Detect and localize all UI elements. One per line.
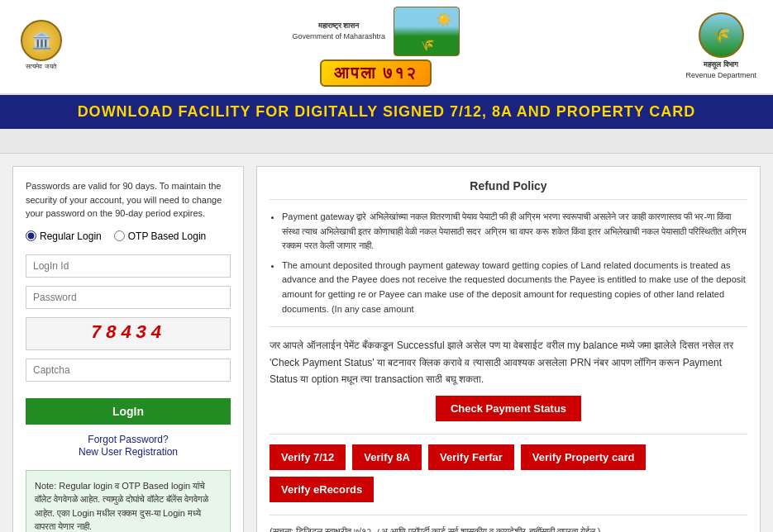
captcha-image: 78434 (26, 317, 231, 350)
login-panel: Passwords are valid for 90 days. To main… (12, 166, 244, 532)
right-panel: Refund Policy Payment gateway द्वारे अभि… (256, 166, 761, 532)
login-button[interactable]: LogIn (26, 398, 231, 425)
refund-item-2: The amount deposited through payment gat… (282, 259, 747, 316)
password-input[interactable] (26, 286, 231, 309)
verify-buttons-group: Verify 7/12 Verify 8A Verify Ferfar Veri… (270, 444, 747, 502)
login-id-field (26, 254, 231, 278)
otp-login-radio[interactable] (114, 230, 125, 241)
refund-title: Refund Policy (270, 179, 747, 200)
new-user-link[interactable]: New User Registration (79, 446, 178, 458)
regular-login-label: Regular Login (40, 230, 102, 242)
refund-item-1: Payment gateway द्वारे अभिलेखांच्या नकल … (282, 210, 747, 254)
refund-policy-text: Payment gateway द्वारे अभिलेखांच्या नकल … (270, 210, 747, 316)
radio-group: Regular Login OTP Based Login (26, 230, 231, 242)
verify-712-button[interactable]: Verify 7/12 (270, 444, 346, 470)
login-id-input[interactable] (26, 254, 231, 278)
revenue-text: महसूल विभागRevenue Department (685, 59, 756, 80)
password-field (26, 286, 231, 309)
emblem-text: सत्यमेव जयते (26, 63, 56, 71)
maharashtra-text: महाराष्ट्र शासनGovernment of Maharashtra (292, 21, 385, 41)
captcha-input-field (26, 359, 231, 382)
header-center: महाराष्ट्र शासनGovernment of Maharashtra… (292, 7, 460, 87)
emblem-icon: 🏛️ (21, 20, 62, 61)
captcha-value: 78434 (90, 323, 165, 344)
captcha-input[interactable] (26, 359, 231, 382)
login-notice: Passwords are valid for 90 days. To main… (26, 179, 231, 221)
title-text: DOWNLOAD FACILITY FOR DIGITALLY SIGNED 7… (78, 103, 696, 120)
note-box: Note: Regular login व OTP Based login या… (26, 470, 231, 533)
header-left: 🏛️ सत्यमेव जयते (17, 20, 66, 74)
apla-banner: आपला ७१२ (320, 59, 432, 87)
payment-notice: जर आपले ऑनलाईन पेमेंट बँककडून Successful… (270, 337, 747, 387)
footer-hindi: (सूचना: डिजिटल स्वाक्षरीत ७/१२, ८अ आणि प… (270, 524, 747, 532)
maharashtra-logos: महाराष्ट्र शासनGovernment of Maharashtra… (292, 7, 460, 56)
verify-property-card-button[interactable]: Verify Property card (521, 444, 647, 470)
header: 🏛️ सत्यमेव जयते महाराष्ट्र शासनGovernmen… (0, 0, 773, 95)
divider-2 (270, 434, 747, 435)
footer-notice: (सूचना: डिजिटल स्वाक्षरीत ७/१२, ८अ आणि प… (270, 515, 747, 532)
revenue-icon: 🌾 (699, 12, 744, 58)
verify-8a-button[interactable]: Verify 8A (352, 444, 422, 470)
landscape-icon: ☀️ 🌾 (394, 7, 460, 56)
divider-1 (270, 326, 747, 327)
regular-login-option[interactable]: Regular Login (26, 230, 102, 242)
otp-login-option[interactable]: OTP Based Login (114, 230, 207, 242)
forgot-password-link[interactable]: Forgot Password? (88, 434, 168, 445)
emblem: 🏛️ सत्यमेव जयते (17, 20, 66, 74)
links: Forgot Password? New User Registration (26, 433, 231, 458)
regular-login-radio[interactable] (26, 230, 36, 241)
main-content: Passwords are valid for 90 days. To main… (0, 154, 773, 532)
header-right: 🌾 महसूल विभागRevenue Department (685, 12, 756, 80)
note-text: Note: Regular login व OTP Based login या… (35, 481, 208, 532)
verify-erecords-button[interactable]: Verify eRecords (270, 477, 374, 502)
revenue-logo: 🌾 महसूल विभागRevenue Department (685, 12, 756, 80)
nav-bar (0, 129, 773, 154)
title-bar: DOWNLOAD FACILITY FOR DIGITALLY SIGNED 7… (0, 95, 773, 129)
verify-ferfar-button[interactable]: Verify Ferfar (428, 444, 514, 470)
check-payment-button[interactable]: Check Payment Status (436, 396, 581, 421)
otp-login-label: OTP Based Login (128, 230, 207, 242)
